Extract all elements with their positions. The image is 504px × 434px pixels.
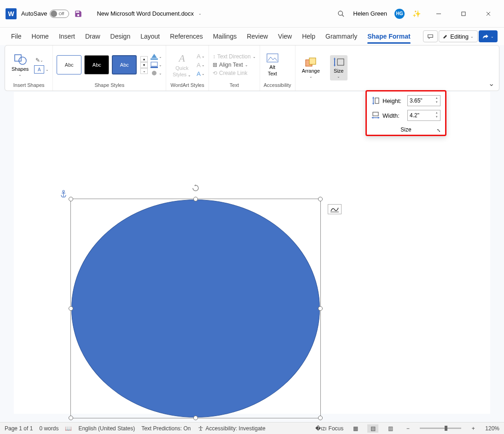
- svg-rect-14: [309, 58, 316, 64]
- tab-help[interactable]: Help: [297, 30, 320, 43]
- ribbon-tabs: File Home Insert Draw Design Layout Refe…: [0, 28, 504, 45]
- text-box-icon[interactable]: A: [34, 65, 44, 74]
- group-shape-styles: Abc Abc Abc ▴ ▾ ⌄ ⌄ ⌄ ⌄ Shape Styles: [53, 46, 166, 91]
- resize-handle-e[interactable]: [318, 306, 323, 311]
- document-title[interactable]: New Microsoft Word Document.docx: [97, 10, 194, 17]
- accessibility-status[interactable]: Accessibility: Investigate: [197, 425, 266, 432]
- resize-handle-w[interactable]: [69, 306, 73, 311]
- height-input[interactable]: 3.65" ▴▾: [407, 95, 440, 106]
- chevron-down-icon: ⌄: [491, 34, 494, 39]
- anchor-icon[interactable]: [60, 190, 67, 200]
- text-direction-button: ↕Text Direction⌄: [213, 53, 256, 60]
- resize-handle-se[interactable]: [318, 416, 323, 420]
- shapes-gallery-button[interactable]: Shapes ⌄: [9, 51, 31, 79]
- svg-rect-12: [267, 54, 278, 62]
- focus-mode-button[interactable]: �ızı Focus: [315, 425, 343, 432]
- title-dropdown-icon[interactable]: ⌄: [198, 11, 202, 16]
- page-indicator[interactable]: Page 1 of 1: [5, 425, 33, 432]
- resize-handle-s[interactable]: [193, 416, 198, 420]
- tab-grammarly[interactable]: Grammarly: [321, 30, 362, 43]
- align-text-button[interactable]: ⊞Align Text⌄: [213, 62, 256, 68]
- tab-file[interactable]: File: [6, 30, 26, 43]
- layout-options-button[interactable]: [328, 204, 342, 214]
- size-group-label: Size ⤡: [371, 125, 440, 133]
- svg-point-32: [200, 426, 201, 427]
- height-spin-up[interactable]: ▴: [434, 96, 439, 100]
- size-panel: Height: 3.65" ▴▾ Width: 4.2" ▴▾ Size ⤡: [365, 90, 446, 136]
- dialog-launcher-icon[interactable]: ⤡: [437, 128, 440, 133]
- tab-home[interactable]: Home: [27, 30, 53, 43]
- tab-draw[interactable]: Draw: [81, 30, 105, 43]
- ribbon: Shapes ⌄ ✎⌄ A ⌄ Insert Shapes Abc Abc Ab…: [5, 45, 499, 91]
- user-name[interactable]: Helen Green: [353, 10, 387, 17]
- tab-insert[interactable]: Insert: [54, 30, 80, 43]
- tab-review[interactable]: Review: [242, 30, 272, 43]
- style-preset-2[interactable]: Abc: [84, 55, 109, 74]
- document-canvas[interactable]: [0, 91, 504, 422]
- resize-handle-sw[interactable]: [69, 416, 73, 420]
- share-button[interactable]: ⌄: [479, 30, 498, 42]
- alt-text-button[interactable]: Alt Text: [264, 51, 281, 78]
- ellipse-shape[interactable]: [71, 200, 320, 417]
- shape-outline-button[interactable]: ⌄: [151, 62, 162, 68]
- close-button[interactable]: [478, 7, 498, 20]
- size-button[interactable]: Size ⌄: [330, 55, 348, 80]
- spell-check-icon[interactable]: 📖: [65, 425, 72, 432]
- tab-mailings[interactable]: Mailings: [209, 30, 241, 43]
- maximize-button[interactable]: [453, 7, 474, 20]
- zoom-level[interactable]: 120%: [485, 425, 499, 432]
- tab-references[interactable]: References: [165, 30, 208, 43]
- minimize-button[interactable]: [429, 7, 449, 20]
- style-preset-3[interactable]: Abc: [112, 55, 137, 74]
- tab-view[interactable]: View: [273, 30, 296, 43]
- shape-fill-button[interactable]: ⌄: [151, 53, 162, 60]
- ribbon-collapse-button[interactable]: ⌄: [488, 79, 494, 88]
- group-label: Shape Styles: [57, 82, 162, 89]
- style-preset-1[interactable]: Abc: [57, 55, 81, 74]
- zoom-out-button[interactable]: −: [402, 424, 413, 433]
- width-spin-down[interactable]: ▾: [434, 115, 439, 119]
- print-layout-icon[interactable]: ▤: [367, 424, 378, 433]
- chevron-down-icon[interactable]: ⌄: [46, 68, 49, 72]
- autosave-control[interactable]: AutoSave Off: [21, 10, 69, 18]
- tab-shape-format[interactable]: Shape Format: [363, 30, 415, 43]
- autosave-state: Off: [58, 11, 64, 16]
- resize-handle-ne[interactable]: [318, 197, 323, 201]
- zoom-slider[interactable]: [420, 428, 461, 429]
- style-prev-button[interactable]: ▴: [140, 56, 148, 62]
- read-mode-icon[interactable]: ▦: [350, 424, 361, 433]
- width-input[interactable]: 4.2" ▴▾: [407, 110, 440, 121]
- zoom-thumb[interactable]: [445, 426, 447, 431]
- group-label: WordArt Styles: [170, 82, 205, 89]
- text-predictions[interactable]: Text Predictions: On: [141, 425, 191, 432]
- tab-layout[interactable]: Layout: [136, 30, 164, 43]
- svg-marker-21: [372, 103, 374, 105]
- editing-mode-button[interactable]: Editing ⌄: [439, 30, 478, 42]
- height-spin-down[interactable]: ▾: [434, 100, 439, 104]
- resize-handle-n[interactable]: [193, 197, 198, 201]
- shape-effects-button[interactable]: ⌄: [151, 70, 162, 76]
- shape-selection-box[interactable]: [70, 199, 321, 418]
- save-icon[interactable]: [74, 9, 83, 18]
- tab-design[interactable]: Design: [106, 30, 135, 43]
- autosave-toggle[interactable]: Off: [50, 10, 69, 18]
- language-indicator[interactable]: English (United States): [78, 425, 135, 432]
- magic-wand-icon[interactable]: ✨: [409, 7, 424, 20]
- style-more-button[interactable]: ⌄: [140, 68, 148, 74]
- resize-handle-nw[interactable]: [69, 197, 73, 201]
- height-label: Height:: [382, 97, 405, 104]
- arrange-button[interactable]: Arrange ⌄: [299, 55, 323, 80]
- user-avatar[interactable]: HG: [394, 9, 405, 19]
- width-spin-up[interactable]: ▴: [434, 111, 439, 115]
- word-count[interactable]: 0 words: [39, 425, 58, 432]
- title-bar: W AutoSave Off New Microsoft Word Docume…: [0, 0, 504, 28]
- shapes-label: Shapes: [12, 66, 29, 72]
- edit-shape-icon[interactable]: ✎⌄: [34, 56, 44, 64]
- svg-line-1: [342, 15, 344, 17]
- comments-button[interactable]: [423, 30, 438, 42]
- rotate-handle[interactable]: [192, 184, 199, 192]
- web-layout-icon[interactable]: ▥: [385, 424, 396, 433]
- zoom-in-button[interactable]: +: [468, 424, 479, 433]
- search-icon[interactable]: [334, 7, 348, 20]
- style-next-button[interactable]: ▾: [140, 62, 148, 68]
